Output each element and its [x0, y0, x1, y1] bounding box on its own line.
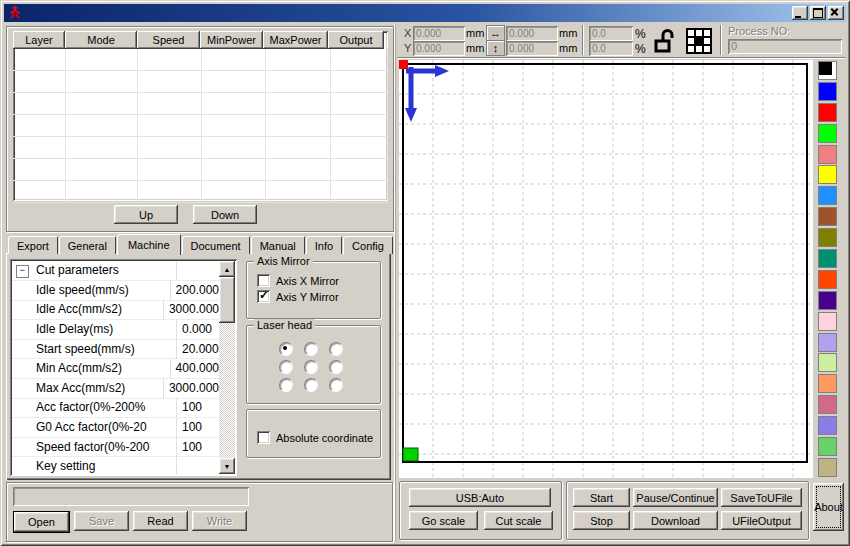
- laser-head-radio-0[interactable]: [279, 342, 293, 356]
- minimize-button[interactable]: [792, 6, 808, 20]
- param-row-min-acc-mm-s2[interactable]: Min Acc(mm/s2)400.000: [12, 359, 219, 379]
- palette-swatch-6[interactable]: [818, 186, 837, 205]
- palette-swatch-15[interactable]: [818, 374, 837, 393]
- save-to-ufile-button[interactable]: SaveToUFile: [721, 488, 802, 507]
- layer-up-button[interactable]: Up: [114, 205, 178, 224]
- tab-general[interactable]: General: [59, 236, 116, 254]
- param-value[interactable]: 400.000: [171, 358, 219, 379]
- laser-head-radio-6[interactable]: [279, 378, 293, 392]
- start-button[interactable]: Start: [573, 488, 630, 507]
- tab-config[interactable]: Config: [343, 236, 393, 254]
- pause-continue-button[interactable]: Pause/Continue: [633, 488, 718, 507]
- vertical-size-icon[interactable]: ↕: [486, 40, 505, 56]
- scrollbar-thumb[interactable]: [219, 277, 235, 323]
- param-row-key-setting[interactable]: Key setting: [12, 457, 219, 474]
- height-field[interactable]: 0.000: [506, 41, 558, 56]
- column-header-output[interactable]: Output: [328, 31, 384, 49]
- palette-swatch-19[interactable]: [818, 458, 837, 477]
- y-scale-percent-field[interactable]: 0.0: [589, 41, 633, 56]
- go-scale-button[interactable]: Go scale: [409, 511, 478, 530]
- palette-swatch-17[interactable]: [818, 416, 837, 435]
- palette-swatch-18[interactable]: [818, 437, 837, 456]
- process-no-field[interactable]: 0: [728, 39, 842, 54]
- laser-head-radio-4[interactable]: [304, 360, 318, 374]
- tab-export[interactable]: Export: [8, 236, 58, 254]
- tab-document[interactable]: Document: [182, 236, 250, 254]
- tab-machine[interactable]: Machine: [117, 234, 181, 255]
- palette-swatch-9[interactable]: [818, 249, 837, 268]
- scroll-down-arrow-icon[interactable]: ▼: [219, 458, 235, 474]
- horizontal-size-icon[interactable]: ↔: [486, 25, 505, 41]
- parameter-tree[interactable]: −Cut parametersIdle speed(mm/s)200.000Id…: [10, 259, 237, 476]
- tree-collapse-icon[interactable]: −: [16, 265, 29, 278]
- stop-button[interactable]: Stop: [573, 511, 630, 530]
- work-canvas[interactable]: [399, 60, 813, 478]
- open-button[interactable]: Open: [13, 511, 70, 533]
- x-position-field[interactable]: 0.000: [413, 26, 465, 41]
- column-header-minpower[interactable]: MinPower: [200, 31, 263, 49]
- close-button[interactable]: [828, 6, 844, 20]
- anchor-grid-icon[interactable]: [686, 28, 712, 54]
- palette-swatch-16[interactable]: [818, 395, 837, 414]
- palette-swatch-13[interactable]: [818, 333, 837, 352]
- param-value[interactable]: 200.000: [171, 280, 219, 301]
- layers-table[interactable]: LayerModeSpeedMinPowerMaxPowerOutput: [13, 31, 388, 201]
- laser-head-radio-2[interactable]: [329, 342, 343, 356]
- param-value[interactable]: [177, 261, 219, 281]
- param-value[interactable]: 100: [177, 437, 219, 458]
- aspect-lock-icon[interactable]: [654, 28, 678, 54]
- param-row-start-speed-mm-s[interactable]: Start speed(mm/s)20.000: [12, 339, 219, 359]
- absolute-coordinate-checkbox[interactable]: [257, 431, 270, 444]
- param-value[interactable]: 100: [177, 398, 219, 419]
- column-header-maxpower[interactable]: MaxPower: [263, 31, 328, 49]
- usb-port-button[interactable]: USB:Auto: [409, 488, 551, 507]
- layer-down-button[interactable]: Down: [193, 205, 257, 224]
- palette-swatch-11[interactable]: [818, 291, 837, 310]
- param-row-acc-factor-0-200[interactable]: Acc factor(0%-200%100: [12, 398, 219, 418]
- checkbox-axis-y-mirror[interactable]: [257, 290, 270, 303]
- laser-head-radio-8[interactable]: [329, 378, 343, 392]
- palette-swatch-14[interactable]: [818, 353, 837, 372]
- param-row-idle-acc-mm-s2[interactable]: Idle Acc(mm/s2)3000.000: [12, 300, 219, 320]
- laser-head-radio-5[interactable]: [329, 360, 343, 374]
- palette-swatch-2[interactable]: [818, 103, 837, 122]
- palette-swatch-10[interactable]: [818, 270, 837, 289]
- palette-swatch-3[interactable]: [818, 124, 837, 143]
- laser-head-radio-3[interactable]: [279, 360, 293, 374]
- palette-swatch-5[interactable]: [818, 165, 837, 184]
- param-row-max-acc-mm-s2[interactable]: Max Acc(mm/s2)3000.000: [12, 379, 219, 399]
- file-path-field[interactable]: [13, 487, 249, 506]
- param-value[interactable]: [177, 456, 219, 474]
- title-bar[interactable]: [4, 4, 846, 22]
- scroll-up-arrow-icon[interactable]: ▲: [219, 261, 235, 277]
- palette-swatch-8[interactable]: [818, 228, 837, 247]
- cut-scale-button[interactable]: Cut scale: [484, 511, 553, 530]
- y-position-field[interactable]: 0.000: [413, 41, 465, 56]
- column-header-mode[interactable]: Mode: [65, 31, 137, 49]
- param-row-g0-acc-factor-0-20[interactable]: G0 Acc factor(0%-20100: [12, 418, 219, 438]
- param-row-speed-factor-0-200[interactable]: Speed factor(0%-200100: [12, 437, 219, 457]
- column-header-speed[interactable]: Speed: [137, 31, 200, 49]
- param-row-idle-speed-mm-s[interactable]: Idle speed(mm/s)200.000: [12, 281, 219, 301]
- palette-swatch-0[interactable]: [818, 61, 837, 80]
- maximize-button[interactable]: [810, 6, 826, 20]
- param-value[interactable]: 0.000: [177, 319, 219, 340]
- palette-swatch-12[interactable]: [818, 312, 837, 331]
- tab-info[interactable]: Info: [306, 236, 342, 254]
- param-value[interactable]: 3000.000: [164, 300, 219, 321]
- laser-head-radio-1[interactable]: [304, 342, 318, 356]
- ufile-output-button[interactable]: UFileOutput: [721, 511, 802, 530]
- param-value[interactable]: 20.000: [177, 339, 219, 360]
- param-row-idle-delay-ms[interactable]: Idle Delay(ms)0.000: [12, 320, 219, 340]
- tab-manual[interactable]: Manual: [251, 236, 305, 254]
- checkbox-axis-x-mirror[interactable]: [257, 274, 270, 287]
- palette-swatch-7[interactable]: [818, 207, 837, 226]
- palette-swatch-4[interactable]: [818, 145, 837, 164]
- about-button[interactable]: About: [813, 483, 844, 531]
- x-scale-percent-field[interactable]: 0.0: [589, 26, 633, 41]
- param-value[interactable]: 3000.000: [164, 378, 219, 399]
- download-button[interactable]: Download: [633, 511, 718, 530]
- read-button[interactable]: Read: [133, 511, 188, 531]
- palette-swatch-1[interactable]: [818, 82, 837, 101]
- param-row-cut-parameters[interactable]: −Cut parameters: [12, 261, 219, 281]
